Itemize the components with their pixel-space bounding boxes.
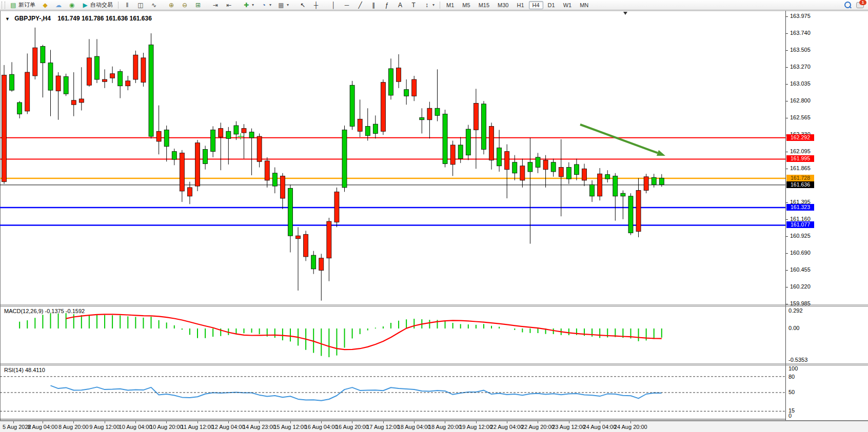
candle-body[interactable] <box>304 234 308 257</box>
candle-body[interactable] <box>427 108 432 119</box>
candle-body[interactable] <box>41 46 45 63</box>
zoom-in-button[interactable]: ⊕ <box>165 1 177 10</box>
candle-body[interactable] <box>481 104 486 150</box>
candle-body[interactable] <box>489 126 494 160</box>
indicators-button[interactable]: ✚▾ <box>240 1 257 10</box>
candle-body[interactable] <box>543 160 548 170</box>
candle-body[interactable] <box>219 129 223 137</box>
candle-body[interactable] <box>443 114 447 164</box>
candle-body[interactable] <box>311 255 316 269</box>
price-level-tag[interactable]: 161.728 <box>786 175 814 181</box>
candle-body[interactable] <box>334 192 339 222</box>
trend-line-button[interactable]: ╱ <box>354 1 366 10</box>
candle-body[interactable] <box>319 258 324 271</box>
candle-body[interactable] <box>598 174 602 196</box>
chevron-down-icon[interactable]: ▾ <box>269 3 271 7</box>
chart-collapse-icon[interactable]: ▼ <box>5 16 10 22</box>
vertical-line-button[interactable]: │ <box>327 1 340 10</box>
candle-body[interactable] <box>2 75 7 182</box>
candle-body[interactable] <box>164 130 169 146</box>
timeframe-m30-button[interactable]: M30 <box>494 1 512 9</box>
fibonacci-button[interactable]: ƒ <box>381 1 393 10</box>
candle-body[interactable] <box>203 149 208 163</box>
timeframe-h1-button[interactable]: H1 <box>513 1 527 9</box>
arrows-button[interactable]: ↕▾ <box>421 1 437 10</box>
candle-body[interactable] <box>64 76 68 94</box>
candle-body[interactable] <box>249 132 254 138</box>
candle-body[interactable] <box>628 196 633 233</box>
candle-body[interactable] <box>466 129 470 155</box>
candle-body[interactable] <box>566 168 571 179</box>
zoom-out-button[interactable]: ⊖ <box>179 1 191 10</box>
candle-body[interactable] <box>17 102 22 114</box>
candle-body[interactable] <box>582 169 587 180</box>
candle-body[interactable] <box>71 100 76 105</box>
candle-body[interactable] <box>141 58 146 83</box>
candle-body[interactable] <box>94 56 99 79</box>
candle-body[interactable] <box>365 126 370 135</box>
candle-body[interactable] <box>79 99 84 102</box>
candle-body[interactable] <box>342 130 347 187</box>
new-order-button[interactable]: ▤新订单 <box>7 0 38 10</box>
candle-body[interactable] <box>652 177 656 184</box>
candle-body[interactable] <box>265 161 269 180</box>
templates-button[interactable]: ▩▾ <box>275 1 291 10</box>
candle-body[interactable] <box>659 178 664 185</box>
signals-button[interactable]: ◉ <box>66 1 78 10</box>
candle-body[interactable] <box>389 69 393 95</box>
chevron-down-icon[interactable]: ▾ <box>252 3 254 7</box>
candle-body[interactable] <box>397 68 401 82</box>
candle-body[interactable] <box>103 79 107 81</box>
candle-body[interactable] <box>559 168 563 177</box>
candle-body[interactable] <box>373 124 378 133</box>
candle-body[interactable] <box>605 175 610 179</box>
chevron-down-icon[interactable]: ▾ <box>432 3 435 7</box>
candle-body[interactable] <box>257 136 262 161</box>
chat-icon[interactable]: 1 <box>856 2 864 8</box>
chart-shift-button[interactable]: ⇤ <box>223 1 235 10</box>
candle-body[interactable] <box>242 129 246 133</box>
candle-body[interactable] <box>574 164 579 175</box>
crosshair-button[interactable]: ┼ <box>310 1 322 10</box>
price-level-tag[interactable]: 161.077 <box>786 221 814 228</box>
candle-body[interactable] <box>621 193 625 196</box>
candle-body[interactable] <box>636 191 641 232</box>
timeframe-h4-button[interactable]: H4 <box>529 1 543 9</box>
candle-body[interactable] <box>195 143 200 186</box>
price-level-tag[interactable]: 161.636 <box>786 181 814 188</box>
toolbar-grip[interactable] <box>2 2 5 9</box>
candle-body[interactable] <box>172 152 176 159</box>
candle-body[interactable] <box>33 48 37 76</box>
timeframe-d1-button[interactable]: D1 <box>544 1 559 9</box>
candle-body[interactable] <box>381 83 385 132</box>
candle-body[interactable] <box>512 162 517 173</box>
candle-body[interactable] <box>520 166 525 180</box>
candle-body[interactable] <box>280 176 285 198</box>
community-button[interactable]: ☁ <box>52 1 65 10</box>
line-chart-button[interactable]: ∿ <box>148 1 160 10</box>
date-axis[interactable]: 5 Aug 20228 Aug 04:008 Aug 20:009 Aug 12… <box>0 421 868 432</box>
candle-body[interactable] <box>590 184 595 196</box>
candle-body[interactable] <box>350 85 354 126</box>
candle-body[interactable] <box>644 177 648 191</box>
timeframe-m15-button[interactable]: M15 <box>475 1 493 9</box>
candle-body[interactable] <box>505 152 509 170</box>
candle-body[interactable] <box>474 103 478 130</box>
candle-body[interactable] <box>56 76 61 91</box>
periods-button[interactable]: ◔▾ <box>258 1 274 10</box>
horizontal-line-button[interactable]: ─ <box>341 1 353 10</box>
candle-body[interactable] <box>10 74 14 90</box>
candle-body[interactable] <box>118 72 123 86</box>
candle-body[interactable] <box>412 79 417 96</box>
timeframe-mn-button[interactable]: MN <box>576 1 592 9</box>
text-label-button[interactable]: T <box>407 1 420 10</box>
candle-body[interactable] <box>180 153 184 191</box>
timeframe-m1-button[interactable]: M1 <box>443 1 458 9</box>
search-icon[interactable] <box>844 2 851 8</box>
candle-body[interactable] <box>272 173 277 186</box>
candle-body[interactable] <box>48 63 53 90</box>
cursor-button[interactable]: ↖ <box>297 1 309 10</box>
price-level-tag[interactable]: 162.292 <box>786 134 814 141</box>
candle-body[interactable] <box>211 130 215 151</box>
auto-scroll-button[interactable]: ⇥ <box>209 1 222 10</box>
